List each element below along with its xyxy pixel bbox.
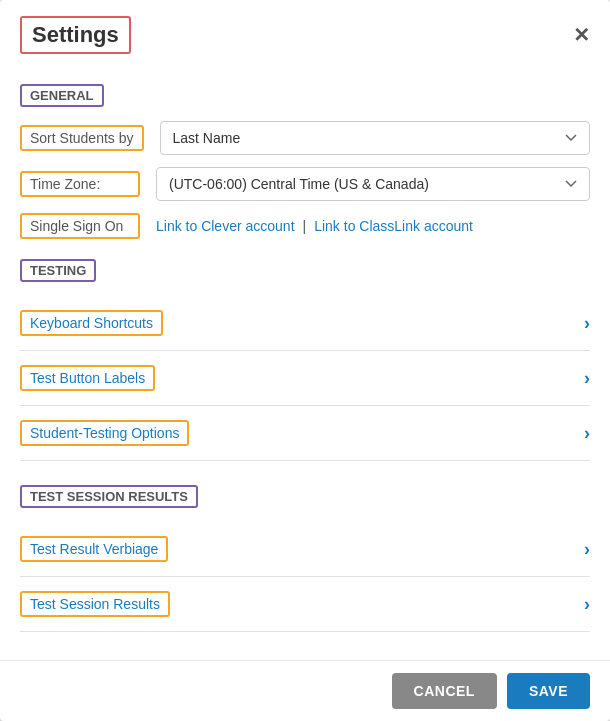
testing-section: TESTING Keyboard Shortcuts › Test Button… xyxy=(20,251,590,461)
keyboard-shortcuts-chevron: › xyxy=(584,313,590,334)
sort-students-label: Sort Students by xyxy=(20,125,144,151)
test-button-labels-label: Test Button Labels xyxy=(20,365,155,391)
student-testing-options-label: Student-Testing Options xyxy=(20,420,189,446)
test-session-results-header: TEST SESSION RESULTS xyxy=(20,485,198,508)
test-result-verbiage-item[interactable]: Test Result Verbiage › xyxy=(20,522,590,577)
test-result-verbiage-label: Test Result Verbiage xyxy=(20,536,168,562)
keyboard-shortcuts-item[interactable]: Keyboard Shortcuts › xyxy=(20,296,590,351)
timezone-label: Time Zone: xyxy=(20,171,140,197)
sso-row: Single Sign On Link to Clever account | … xyxy=(20,213,590,239)
test-result-verbiage-chevron: › xyxy=(584,539,590,560)
general-section-header: GENERAL xyxy=(20,84,104,107)
sort-students-row: Sort Students by Last Name First Name xyxy=(20,121,590,155)
student-testing-options-chevron: › xyxy=(584,423,590,444)
keyboard-shortcuts-label: Keyboard Shortcuts xyxy=(20,310,163,336)
test-button-labels-item[interactable]: Test Button Labels › xyxy=(20,351,590,406)
modal-header: Settings ✕ xyxy=(0,0,610,66)
test-session-results-item[interactable]: Test Session Results › xyxy=(20,577,590,632)
cancel-button[interactable]: CANCEL xyxy=(392,673,497,709)
test-button-labels-chevron: › xyxy=(584,368,590,389)
modal-footer: CANCEL SAVE xyxy=(0,660,610,721)
sort-students-select[interactable]: Last Name First Name xyxy=(160,121,590,155)
modal-title: Settings xyxy=(20,16,131,54)
timezone-select[interactable]: (UTC-06:00) Central Time (US & Canada) xyxy=(156,167,590,201)
test-session-results-label: Test Session Results xyxy=(20,591,170,617)
general-section: GENERAL Sort Students by Last Name First… xyxy=(20,76,590,239)
classlink-link[interactable]: Link to ClassLink account xyxy=(314,218,473,234)
sso-label: Single Sign On xyxy=(20,213,140,239)
test-session-results-section: TEST SESSION RESULTS Test Result Verbiag… xyxy=(20,477,590,632)
clever-link[interactable]: Link to Clever account xyxy=(156,218,295,234)
settings-modal: Settings ✕ GENERAL Sort Students by Last… xyxy=(0,0,610,721)
close-button[interactable]: ✕ xyxy=(573,25,590,45)
modal-body: GENERAL Sort Students by Last Name First… xyxy=(0,66,610,660)
sso-links: Link to Clever account | Link to ClassLi… xyxy=(156,218,473,234)
testing-section-header: TESTING xyxy=(20,259,96,282)
save-button[interactable]: SAVE xyxy=(507,673,590,709)
timezone-row: Time Zone: (UTC-06:00) Central Time (US … xyxy=(20,167,590,201)
student-testing-options-item[interactable]: Student-Testing Options › xyxy=(20,406,590,461)
sso-divider: | xyxy=(303,218,307,234)
test-session-results-chevron: › xyxy=(584,594,590,615)
